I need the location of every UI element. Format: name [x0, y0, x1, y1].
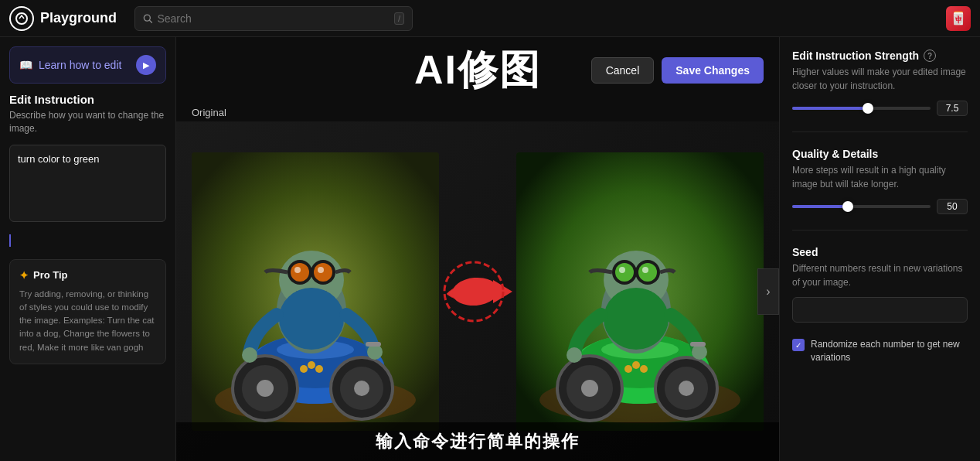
- svg-point-25: [279, 288, 344, 350]
- pro-tip-text: Try adding, removing, or thinking of sty…: [19, 288, 156, 354]
- svg-rect-28: [366, 342, 381, 347]
- arrow-indicator: [439, 253, 516, 330]
- svg-point-22: [314, 263, 332, 282]
- edited-image: [516, 152, 764, 431]
- play-button[interactable]: ▶: [136, 55, 156, 75]
- search-bar[interactable]: /: [134, 6, 413, 31]
- seed-desc: Different numbers result in new variatio…: [792, 261, 968, 289]
- quality-slider-thumb[interactable]: [842, 201, 853, 212]
- svg-rect-57: [690, 342, 706, 347]
- seed-section: Seed Different numbers result in new var…: [792, 246, 968, 323]
- star-icon: ✦: [19, 269, 29, 282]
- search-input[interactable]: [157, 12, 389, 25]
- seed-input[interactable]: [792, 297, 968, 323]
- quality-slider-fill: [792, 205, 848, 208]
- scroll-right-button[interactable]: ›: [757, 268, 779, 315]
- instruction-textarea[interactable]: turn color to green: [9, 145, 166, 222]
- svg-point-55: [567, 347, 582, 363]
- strength-slider-fill: [792, 107, 868, 110]
- svg-point-12: [257, 380, 274, 397]
- seed-title: Seed: [792, 246, 818, 258]
- randomize-label: Randomize each number to get new variati…: [811, 338, 968, 364]
- randomize-checkbox[interactable]: ✓: [792, 339, 805, 351]
- right-sidebar: Edit Instruction Strength ? Higher value…: [779, 37, 980, 461]
- strength-desc: Higher values will make your edited imag…: [792, 65, 968, 93]
- left-sidebar: 📖 Learn how to edit ▶ Edit Instruction D…: [0, 37, 176, 461]
- svg-point-51: [638, 263, 657, 282]
- randomize-row: ✓ Randomize each number to get new varia…: [792, 338, 968, 364]
- svg-point-21: [291, 263, 309, 282]
- top-navigation: Playground / 🀄: [0, 0, 980, 37]
- svg-point-24: [318, 267, 324, 273]
- main-content: 📖 Learn how to edit ▶ Edit Instruction D…: [0, 37, 980, 461]
- logo-area: Playground: [9, 6, 125, 31]
- svg-point-26: [242, 347, 257, 363]
- strength-title: Edit Instruction Strength: [792, 50, 919, 62]
- search-icon: [143, 13, 152, 24]
- divider-2: [792, 230, 968, 230]
- svg-point-53: [642, 267, 648, 273]
- search-shortcut: /: [394, 12, 404, 25]
- strength-section: Edit Instruction Strength ? Higher value…: [792, 50, 968, 116]
- quality-section: Quality & Details More steps will result…: [792, 148, 968, 214]
- image-container: 输入命令进行简单的操作 ›: [176, 121, 779, 461]
- strength-slider-thumb[interactable]: [863, 103, 873, 114]
- quality-title: Quality & Details: [792, 148, 878, 160]
- svg-point-29: [451, 275, 500, 307]
- svg-point-54: [604, 288, 669, 350]
- learn-how-to-edit-button[interactable]: 📖 Learn how to edit ▶: [9, 46, 166, 84]
- svg-point-50: [615, 263, 634, 282]
- chinese-subtitle: 输入命令进行简单的操作: [176, 422, 779, 461]
- bikes-container: [176, 121, 779, 461]
- svg-point-9: [354, 381, 369, 396]
- svg-point-16: [300, 365, 308, 373]
- image-canvas: 输入命令进行简单的操作 ›: [176, 121, 779, 461]
- edit-instruction-section: Edit Instruction Describe how you want t…: [9, 93, 166, 135]
- edit-instruction-desc: Describe how you want to change the imag…: [9, 109, 166, 135]
- avatar[interactable]: 🀄: [946, 6, 971, 31]
- cursor-indicator: [9, 234, 11, 247]
- strength-info-icon[interactable]: ?: [924, 50, 936, 62]
- pro-tip-title: Pro Tip: [33, 269, 68, 281]
- edit-instruction-title: Edit Instruction: [9, 93, 166, 106]
- svg-point-23: [294, 267, 301, 273]
- svg-line-2: [149, 20, 151, 22]
- pro-tip-card: ✦ Pro Tip Try adding, removing, or think…: [9, 259, 166, 364]
- logo-text: Playground: [40, 10, 117, 26]
- strength-value: 7.5: [937, 101, 968, 116]
- svg-point-41: [581, 380, 598, 397]
- center-header: AI修图 Cancel Save Changes: [176, 37, 779, 104]
- quality-desc: More steps will result in a high quality…: [792, 163, 968, 191]
- book-icon: 📖: [19, 59, 32, 71]
- svg-point-38: [679, 381, 694, 396]
- center-area: AI修图 Cancel Save Changes Original: [176, 37, 779, 461]
- divider-1: [792, 131, 968, 132]
- quality-value: 50: [937, 199, 968, 214]
- original-label: Original: [176, 104, 242, 121]
- svg-point-52: [619, 267, 625, 273]
- learn-btn-label: Learn how to edit: [39, 59, 121, 71]
- svg-point-43: [632, 361, 640, 369]
- logo-icon: [9, 6, 34, 31]
- quality-slider: 50: [792, 199, 968, 214]
- svg-point-45: [624, 365, 632, 373]
- cancel-button[interactable]: Cancel: [591, 57, 655, 84]
- svg-point-14: [308, 361, 315, 369]
- header-buttons: Cancel Save Changes: [591, 57, 764, 84]
- svg-point-44: [640, 365, 648, 373]
- ai-title: AI修图: [414, 43, 541, 97]
- svg-point-15: [315, 365, 323, 373]
- strength-slider: 7.5: [792, 101, 968, 116]
- original-image: [192, 152, 439, 431]
- save-changes-button[interactable]: Save Changes: [662, 57, 764, 84]
